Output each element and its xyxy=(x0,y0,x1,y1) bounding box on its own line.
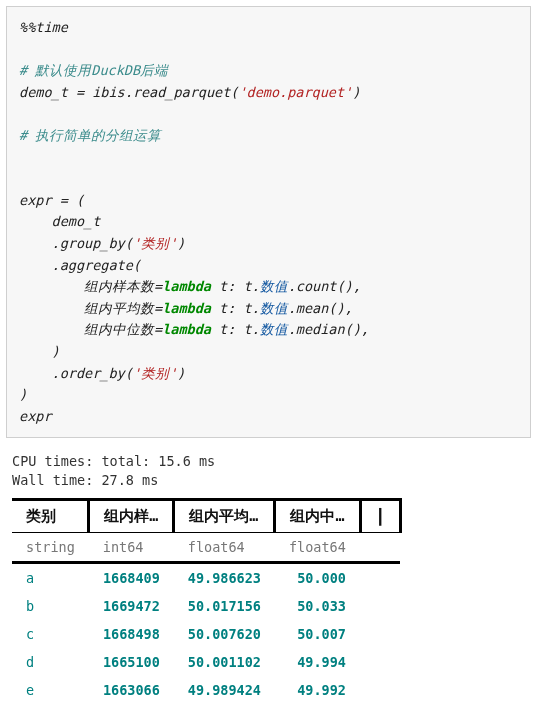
table-row: a166840949.98662350.000 xyxy=(12,563,400,593)
cell-n: 1665100 xyxy=(89,648,174,676)
col-header: 类别 xyxy=(12,500,89,533)
attr-1: 数值 xyxy=(260,278,288,294)
cell-cat: c xyxy=(12,620,89,648)
agg3c: .median(), xyxy=(288,321,369,337)
cell-n: 1663066 xyxy=(89,676,174,704)
assign-line: demo_t = ibis.read_parquet( xyxy=(19,84,238,100)
result-table-wrap: 类别 组内样… 组内平均… 组内中… ┃ string int64 float6… xyxy=(0,498,537,711)
table-row: d166510050.00110249.994 xyxy=(12,648,400,676)
comment-1: # 默认使用DuckDB后端 xyxy=(19,62,168,78)
cell-n: 1668498 xyxy=(89,620,174,648)
cell-mean: 50.017156 xyxy=(174,592,275,620)
col-type: float64 xyxy=(275,533,360,563)
attr-3: 数值 xyxy=(260,321,288,337)
str-cat-1: '类别' xyxy=(133,235,177,251)
table-row: f166545550.08638250.146 xyxy=(12,704,400,711)
agg1a: 组内样本数= xyxy=(19,278,162,294)
lambda-1: lambda xyxy=(162,278,211,294)
close-1: ) xyxy=(177,235,185,251)
cell-median: 50.007 xyxy=(275,620,360,648)
cell-n: 1669472 xyxy=(89,592,174,620)
orderby-line: .order_by( xyxy=(19,365,133,381)
str-cat-2: '类别' xyxy=(133,365,177,381)
table-row: b166947250.01715650.033 xyxy=(12,592,400,620)
col-type: string xyxy=(12,533,89,563)
expr-open: expr = ( xyxy=(19,192,84,208)
cell-cat: a xyxy=(12,563,89,593)
agg3b: t: t. xyxy=(211,321,260,337)
groupby-line: .group_by( xyxy=(19,235,133,251)
col-header: 组内平均… xyxy=(174,500,275,533)
close-2: ) xyxy=(177,365,185,381)
attr-2: 数值 xyxy=(260,300,288,316)
table-row: c166849850.00762050.007 xyxy=(12,620,400,648)
cell-mean: 50.001102 xyxy=(174,648,275,676)
cell-median: 49.994 xyxy=(275,648,360,676)
magic-line: %%time xyxy=(19,19,68,35)
comment-2: # 执行简单的分组运算 xyxy=(19,127,161,143)
cpu-time: CPU times: total: 15.6 ms xyxy=(12,453,215,469)
cell-median: 49.992 xyxy=(275,676,360,704)
agg2c: .mean(), xyxy=(288,300,353,316)
col-type: int64 xyxy=(89,533,174,563)
expr-var: expr xyxy=(19,408,52,424)
cell-cat: e xyxy=(12,676,89,704)
cell-mean: 50.007620 xyxy=(174,620,275,648)
cell-cat: b xyxy=(12,592,89,620)
col-header: 组内样… xyxy=(89,500,174,533)
result-table: 类别 组内样… 组内平均… 组内中… ┃ string int64 float6… xyxy=(12,498,402,711)
wall-time: Wall time: 27.8 ms xyxy=(12,472,158,488)
cell-n: 1665455 xyxy=(89,704,174,711)
agg2a: 组内平均数= xyxy=(19,300,162,316)
agg1b: t: t. xyxy=(211,278,260,294)
expr-close: ) xyxy=(19,386,27,402)
cell-mean: 50.086382 xyxy=(174,704,275,711)
code-cell: %%time # 默认使用DuckDB后端 demo_t = ibis.read… xyxy=(6,6,531,438)
col-header-end: ┃ xyxy=(360,500,400,533)
str-file: 'demo.parquet' xyxy=(238,84,352,100)
agg-open: .aggregate( xyxy=(19,257,141,273)
lambda-2: lambda xyxy=(162,300,211,316)
agg-close: ) xyxy=(19,343,60,359)
cell-median: 50.033 xyxy=(275,592,360,620)
cell-median: 50.000 xyxy=(275,563,360,593)
cell-n: 1668409 xyxy=(89,563,174,593)
demo-line: demo_t xyxy=(19,213,100,229)
cell-mean: 49.989424 xyxy=(174,676,275,704)
cell-cat: d xyxy=(12,648,89,676)
assign-end: ) xyxy=(352,84,360,100)
agg2b: t: t. xyxy=(211,300,260,316)
cell-cat: f xyxy=(12,704,89,711)
lambda-3: lambda xyxy=(162,321,211,337)
agg1c: .count(), xyxy=(288,278,361,294)
col-type: float64 xyxy=(174,533,275,563)
agg3a: 组内中位数= xyxy=(19,321,162,337)
table-row: e166306649.98942449.992 xyxy=(12,676,400,704)
col-header: 组内中… xyxy=(275,500,360,533)
timing-output: CPU times: total: 15.6 ms Wall time: 27.… xyxy=(0,448,537,498)
cell-mean: 49.986623 xyxy=(174,563,275,593)
cell-median: 50.146 xyxy=(275,704,360,711)
